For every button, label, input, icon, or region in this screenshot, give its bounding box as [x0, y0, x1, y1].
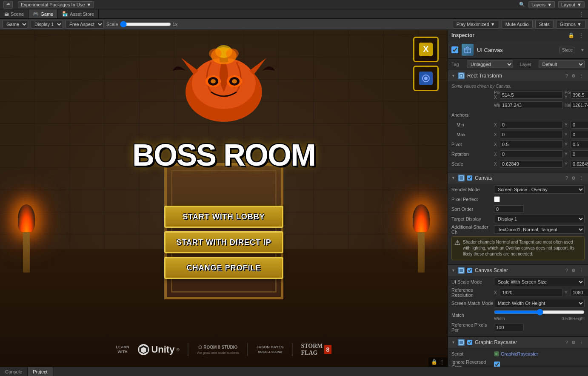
display-select[interactable]: Display 1	[31, 20, 63, 29]
pixel-perfect-checkbox[interactable]	[494, 196, 500, 202]
raycaster-settings-icon[interactable]: ⚙	[571, 340, 577, 345]
sort-order-input[interactable]	[494, 205, 524, 213]
scale-x-input[interactable]	[500, 160, 563, 168]
scale-y-input[interactable]	[571, 160, 588, 168]
scaler-checkbox[interactable]	[467, 268, 472, 273]
change-profile-btn[interactable]: CHANGE PROFILE	[164, 257, 283, 279]
screen-match-select[interactable]: Match Width Or Height	[494, 299, 585, 307]
start-direct-ip-btn[interactable]: START WITH DIRECT IP	[164, 231, 283, 253]
pivot-x-input[interactable]	[500, 141, 563, 148]
lock-icon[interactable]: 🔒	[431, 359, 437, 365]
tab-console[interactable]: Console	[0, 367, 28, 376]
scaler-help-icon[interactable]: ?	[565, 268, 569, 273]
rt-menu-icon[interactable]: ⋮	[578, 73, 585, 79]
tab-scene[interactable]: 🏔 Scene	[0, 9, 29, 18]
svg-text:X: X	[423, 44, 429, 54]
raycaster-help-icon[interactable]: ?	[565, 340, 569, 345]
top-bar-right: 🔍 Layers ▼ Layout ▼	[519, 1, 585, 8]
start-lobby-btn[interactable]: START WITH LOBBY	[164, 206, 283, 228]
scaler-menu-icon[interactable]: ⋮	[578, 268, 585, 273]
height-input[interactable]	[571, 101, 588, 109]
anchors-max-y-input[interactable]	[571, 131, 588, 138]
anchors-max-x-input[interactable]	[500, 131, 563, 138]
inspector-menu-icon[interactable]: ⋮	[578, 32, 585, 38]
additional-shader-select[interactable]: TexCoord1, Normal, Tangent	[494, 225, 585, 234]
ignore-checkbox[interactable]	[494, 362, 500, 367]
match-label: Match	[451, 313, 494, 318]
cloud-button[interactable]	[3, 1, 13, 9]
canvas-checkbox[interactable]	[467, 175, 472, 181]
experimental-packages-dropdown[interactable]: Experimental Packages In Use ▼	[18, 1, 94, 8]
canvas-header[interactable]: ▼ Canvas ? ⚙ ⋮	[448, 172, 588, 184]
static-dropdown-icon[interactable]: ▼	[580, 48, 585, 52]
rect-transform-header[interactable]: ▼ Rect Transform ? ⚙ ⋮	[448, 70, 588, 81]
tab-asset-store[interactable]: 🏪 Asset Store	[58, 9, 99, 18]
ref-x-label: X	[494, 290, 499, 295]
inspector-lock-icon[interactable]: 🔒	[567, 32, 575, 38]
width-input[interactable]	[500, 101, 563, 109]
layer-select[interactable]: Default	[539, 60, 585, 68]
additional-shader-row: Additional Shader Ch TexCoord1, Normal, …	[451, 224, 585, 235]
stats-btn[interactable]: Stats	[535, 20, 554, 29]
gizmos-btn[interactable]: Gizmos ▼	[556, 20, 585, 29]
scaler-settings-icon[interactable]: ⚙	[571, 268, 577, 273]
tab-game[interactable]: 🎮 Game	[29, 9, 58, 18]
script-file-icon	[494, 351, 499, 356]
rt-header-icons: ? ⚙ ⋮	[565, 73, 585, 79]
pos-y-input[interactable]	[571, 91, 588, 99]
graphic-raycaster-header[interactable]: ▼ Graphic Raycaster ? ⚙ ⋮	[448, 337, 588, 348]
search-icon[interactable]: 🔍	[519, 2, 525, 7]
canvas-settings-icon[interactable]: ⚙	[571, 175, 577, 181]
ui-scale-select[interactable]: Scale With Screen Size	[494, 278, 585, 286]
tab-options-icon[interactable]: ⋮	[579, 11, 585, 17]
pos-x-input[interactable]	[500, 91, 563, 99]
torch-body-right	[418, 232, 425, 272]
anchors-min-y-input[interactable]	[571, 121, 588, 129]
ref-x-input[interactable]	[500, 289, 563, 296]
canvas-menu-icon[interactable]: ⋮	[578, 175, 585, 181]
canvas-warning: ⚠ Shader channels Normal and Tangent are…	[451, 236, 585, 260]
raycaster-header-icons: ? ⚙ ⋮	[565, 340, 585, 345]
scale-y-xyz: Y	[565, 162, 570, 166]
rt-settings-icon[interactable]: ⚙	[571, 73, 577, 79]
mute-audio-btn[interactable]: Mute Audio	[502, 20, 533, 29]
render-mode-label: Render Mode	[451, 187, 494, 192]
canvas-help-icon[interactable]: ?	[565, 175, 569, 181]
scene-icons: X	[413, 37, 439, 91]
scene-icon-x[interactable]: X	[413, 37, 439, 62]
canvas-body: Render Mode Screen Space - Overlay Pixel…	[448, 184, 588, 264]
anchors-min-x-input[interactable]	[500, 121, 563, 129]
scaler-arrow-icon: ▼	[451, 268, 455, 273]
play-maximized-btn[interactable]: Play Maximized ▼	[453, 20, 499, 29]
scene-icon-settings[interactable]	[413, 66, 439, 91]
top-bar: Experimental Packages In Use ▼ 🔍 Layers …	[0, 0, 588, 9]
canvas-section: ▼ Canvas ? ⚙ ⋮ Render Mode	[448, 172, 588, 265]
layers-dropdown[interactable]: Layers ▼	[528, 1, 555, 8]
tab-project[interactable]: Project	[28, 367, 53, 376]
rot-x-input[interactable]	[500, 150, 563, 158]
render-mode-select[interactable]: Screen Space - Overlay	[494, 185, 585, 194]
tag-select[interactable]: Untagged	[467, 60, 513, 68]
match-slider[interactable]	[494, 309, 585, 316]
raycaster-checkbox[interactable]	[467, 340, 472, 345]
scale-slider[interactable]	[120, 21, 171, 28]
rt-help-icon[interactable]: ?	[565, 73, 569, 79]
anchors-row: Anchors	[451, 111, 585, 119]
aspect-select[interactable]: Free Aspect	[66, 20, 104, 29]
main-layout: BOSS ROOM START WITH LOBBY START WITH DI…	[0, 30, 588, 367]
canvas-scaler-section: ▼ Canvas Scaler ? ⚙ ⋮ UI Scale Mode	[448, 265, 588, 337]
game-view-options-icon[interactable]: ⋮	[439, 359, 445, 365]
layout-dropdown[interactable]: Layout ▼	[558, 1, 585, 8]
pos-y-label: Pos Y	[565, 90, 570, 100]
object-active-checkbox[interactable]	[451, 46, 458, 53]
game-select[interactable]: Game	[3, 20, 28, 29]
pivot-y-input[interactable]	[571, 141, 588, 148]
ref-y-input[interactable]	[571, 289, 588, 296]
rot-y-input[interactable]	[571, 150, 588, 158]
min-y-xyz: Y	[565, 123, 570, 127]
ref-pixels-input[interactable]	[494, 324, 524, 331]
target-display-select[interactable]: Display 1	[494, 215, 585, 223]
canvas-scaler-header[interactable]: ▼ Canvas Scaler ? ⚙ ⋮	[448, 265, 588, 276]
script-value: GraphicRaycaster	[501, 351, 538, 356]
raycaster-menu-icon[interactable]: ⋮	[578, 340, 585, 345]
